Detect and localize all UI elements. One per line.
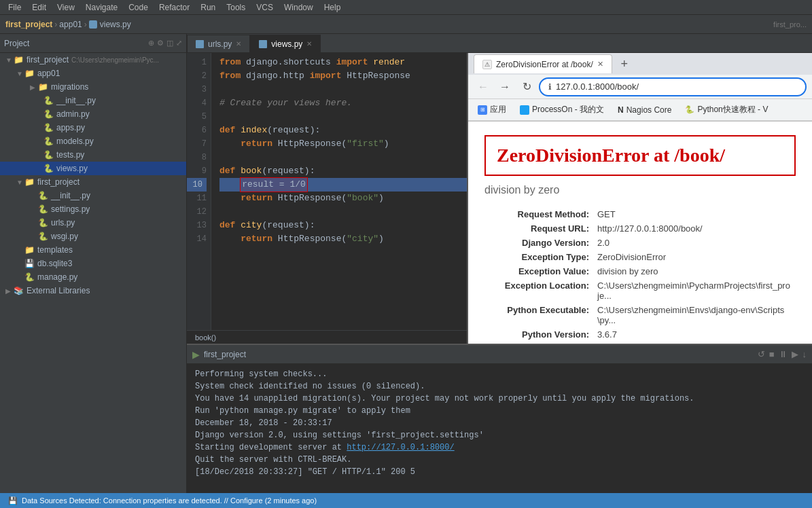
code-content[interactable]: from django.shortcuts import render from… (211, 53, 467, 330)
nav-project: first_project (5, 20, 52, 29)
tree-migrations-label: migrations (51, 82, 88, 92)
nagios-icon: N (618, 105, 624, 115)
menu-refactor[interactable]: Refactor (154, 0, 195, 14)
console-line-6: Run 'python manage.py migrate' to apply … (195, 405, 804, 417)
info-row-exception-value: Exception Value: division by zero (484, 264, 796, 278)
menu-window[interactable]: Window (279, 0, 319, 14)
project-label: Project (4, 39, 29, 48)
scroll-icon[interactable]: ↓ (802, 349, 807, 359)
editor-top: 12345 6789 10 11121314 from django.short… (187, 53, 812, 344)
server-link[interactable]: http://127.0.0.1:8000/ (347, 443, 454, 452)
tree-tests[interactable]: 🐍 tests.py (0, 148, 186, 162)
address-bar[interactable]: ℹ 127.0.0.1:8000/book/ (539, 77, 807, 96)
tree-models[interactable]: 🐍 models.py (0, 134, 186, 148)
tree-templates[interactable]: 📁 templates (0, 243, 186, 257)
python-executable-value: C:\Users\zhengmeimin\Envs\django-env\Scr… (593, 303, 796, 327)
tree-views-label: views.py (56, 164, 88, 173)
browser-tab-bar: ⚠ ZeroDivisionError at /book/ ✕ + (468, 53, 812, 75)
console-line-3: System check identified no issues (0 sil… (195, 380, 804, 393)
tree-init2[interactable]: 🐍 __init__.py (0, 189, 186, 202)
tree-first-project[interactable]: ▼ 📁 first_project (0, 175, 186, 189)
exception-value-value: division by zero (593, 264, 796, 278)
tab-views[interactable]: views.py ✕ (250, 35, 321, 52)
refresh-button[interactable]: ↻ (517, 77, 536, 96)
tab-views-label: views.py (271, 39, 302, 49)
menu-tools[interactable]: Tools (221, 0, 251, 14)
content-area: Project ⊕ ⚙ ◫ ⤢ ▼ 📁 first_project C:\Use… (0, 34, 812, 493)
tree-urls[interactable]: 🐍 urls.py (0, 216, 186, 230)
browser-content: ZeroDivisionError at /book/ division by … (468, 122, 812, 344)
menu-navigate[interactable]: Navigate (80, 0, 123, 14)
tree-manage[interactable]: 🐍 manage.py (0, 270, 186, 284)
bookmark-apps[interactable]: ⊞ 应用 (474, 103, 510, 117)
line-numbers: 12345 6789 10 11121314 (187, 53, 211, 330)
tree-first-project-label: first_project (37, 177, 80, 187)
forward-button[interactable]: → (495, 77, 514, 96)
stop-icon[interactable]: ■ (769, 349, 775, 359)
views-py-icon (89, 20, 97, 29)
bookmark-nagios[interactable]: N Nagios Core (614, 104, 675, 116)
collapse-icon[interactable]: ◫ (166, 39, 173, 48)
django-version-label: Django Version: (484, 236, 593, 250)
request-method-value: GET (593, 207, 796, 221)
tree-db[interactable]: 💾 db.sqlite3 (0, 257, 186, 270)
settings-icon[interactable]: ⚙ (157, 39, 164, 48)
info-table: Request Method: GET Request URL: http://… (484, 207, 796, 344)
bottom-toolbar: ▶ first_project ↺ ■ ⏸ ▶ ↓ (187, 345, 812, 364)
tree-root[interactable]: ▼ 📁 first_project C:\Users\zhengmeimin\P… (0, 53, 186, 67)
tree-settings-label: settings.py (51, 204, 90, 214)
back-button[interactable]: ← (474, 77, 493, 96)
tree-init1[interactable]: 🐍 __init__.py (0, 94, 186, 107)
status-bar: 💾 Data Sources Detected: Connection prop… (0, 493, 812, 508)
sync-icon[interactable]: ⊕ (148, 39, 154, 48)
nav-file: views.py (100, 20, 131, 29)
expand-icon[interactable]: ⤢ (176, 39, 182, 48)
url-text: 127.0.0.1:8000/book/ (556, 81, 639, 92)
new-tab-button[interactable]: + (615, 54, 634, 73)
bookmark-processon[interactable]: ProcessOn - 我的文 (516, 103, 608, 117)
browser-tab-close[interactable]: ✕ (597, 60, 603, 69)
tree-apps[interactable]: 🐍 apps.py (0, 121, 186, 134)
bookmarks-bar: ⊞ 应用 ProcessOn - 我的文 N Nagios Core (468, 99, 812, 121)
tree-migrations[interactable]: ▶ 📁 migrations (0, 80, 186, 94)
tree-settings[interactable]: 🐍 settings.py (0, 202, 186, 216)
bookmark-python[interactable]: 🐍 Python快速教程 - V (681, 103, 772, 117)
menu-code[interactable]: Code (123, 0, 154, 14)
tab-urls[interactable]: urls.py ✕ (187, 35, 250, 52)
tab-bar: urls.py ✕ views.py ✕ (187, 34, 812, 53)
python-version-label: Python Version: (484, 327, 593, 342)
tree-manage-label: manage.py (37, 272, 77, 282)
menu-edit[interactable]: Edit (27, 0, 52, 14)
request-url-label: Request URL: (484, 221, 593, 236)
suspend-icon[interactable]: ⏸ (779, 349, 788, 359)
info-row-url: Request URL: http://127.0.0.1:8000/book/ (484, 221, 796, 236)
window-title-right: first_pro... (773, 20, 807, 29)
info-row-django: Django Version: 2.0 (484, 236, 796, 250)
info-row-version: Python Version: 3.6.7 (484, 327, 796, 342)
resume-icon[interactable]: ▶ (792, 349, 798, 359)
nav-folder: app01 (59, 20, 82, 29)
tree-app01[interactable]: ▼ 📁 app01 (0, 67, 186, 80)
tab-urls-close[interactable]: ✕ (236, 40, 241, 48)
nav-sep1: › (54, 20, 57, 29)
rerun-icon[interactable]: ↺ (758, 349, 765, 359)
browser-nav: ← → ↻ ℹ 127.0.0.1:8000/book/ (468, 75, 812, 99)
menu-view[interactable]: View (52, 0, 80, 14)
menu-vcs[interactable]: VCS (251, 0, 279, 14)
menu-run[interactable]: Run (195, 0, 221, 14)
browser-tab[interactable]: ⚠ ZeroDivisionError at /book/ ✕ (474, 54, 612, 73)
tree-wsgi[interactable]: 🐍 wsgi.py (0, 230, 186, 243)
error-title-box: ZeroDivisionError at /book/ (484, 135, 796, 176)
nav-bar: first_project › app01 › views.py first_p… (0, 15, 812, 34)
exception-type-value: ZeroDivisionError (593, 250, 796, 264)
menu-file[interactable]: File (3, 0, 27, 14)
tree-views[interactable]: 🐍 views.py (0, 162, 186, 175)
tree-ext-libs[interactable]: ▶ 📚 External Libraries (0, 284, 186, 297)
python-version-value: 3.6.7 (593, 327, 796, 342)
panel-icons: ⊕ ⚙ ◫ ⤢ (148, 39, 182, 48)
code-editor[interactable]: 12345 6789 10 11121314 from django.short… (187, 53, 467, 344)
tree-init1-label: __init__.py (56, 96, 96, 105)
tab-views-close[interactable]: ✕ (306, 40, 312, 48)
tree-admin[interactable]: 🐍 admin.py (0, 107, 186, 121)
menu-help[interactable]: Help (319, 0, 347, 14)
